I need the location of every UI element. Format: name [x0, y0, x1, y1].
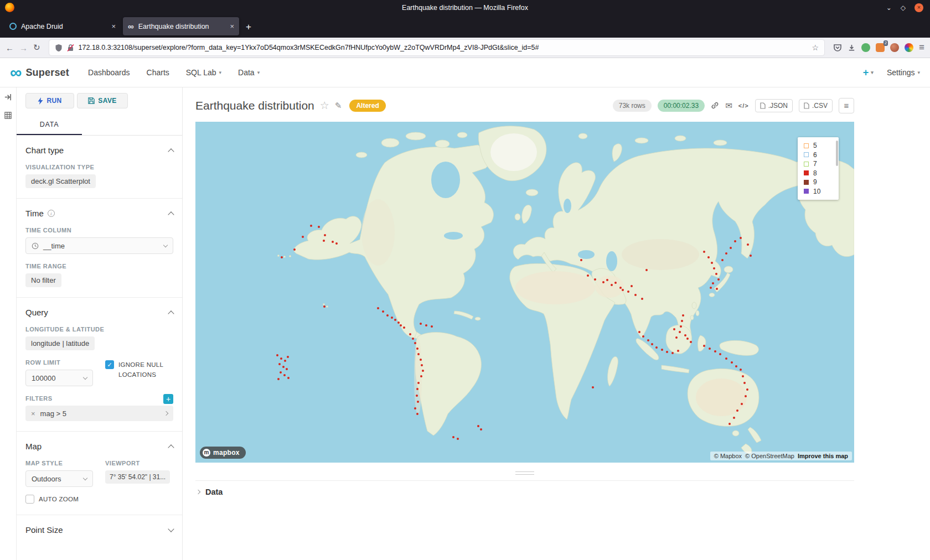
extension-pinwheel-icon[interactable]	[905, 43, 913, 52]
earthquake-point	[717, 278, 720, 281]
auto-zoom-checkbox[interactable]: AUTO ZOOM	[25, 495, 173, 505]
legend-item[interactable]: 8	[804, 169, 839, 178]
expand-panel-icon[interactable]	[4, 93, 12, 103]
run-button[interactable]: RUN	[25, 93, 74, 108]
edit-pencil-icon[interactable]: ✎	[335, 101, 342, 111]
url-text[interactable]: 172.18.0.3:32108/superset/explore/?form_…	[79, 44, 808, 51]
map-style-select[interactable]: Outdoors	[25, 470, 93, 487]
earthquake-point	[416, 395, 418, 397]
section-query[interactable]: Query	[25, 308, 173, 317]
time-range-chip[interactable]: No filter	[25, 273, 61, 287]
add-filter-button[interactable]: +	[163, 394, 173, 404]
legend-item[interactable]: 6	[804, 151, 839, 160]
time-column-select[interactable]: __time	[25, 237, 173, 254]
settings-menu[interactable]: Settings ▾	[887, 68, 920, 77]
maximize-icon[interactable]: ◇	[901, 4, 906, 11]
legend-item[interactable]: 5	[804, 141, 839, 151]
tab-close-icon[interactable]: ×	[111, 22, 116, 30]
superset-header: ∞ Superset Dashboards Charts SQL Lab ▾ D…	[0, 58, 930, 87]
attribution-osm[interactable]: © OpenStreetMap	[745, 453, 794, 459]
pocket-icon[interactable]	[833, 43, 842, 52]
export-json-button[interactable]: .JSON	[755, 99, 793, 112]
nav-charts[interactable]: Charts	[147, 68, 169, 77]
viewport-chip[interactable]: 7° 35' 54.02" | 31...	[105, 470, 170, 484]
earthquake-point	[397, 322, 400, 324]
chart-menu-button[interactable]: ≡	[839, 98, 854, 113]
profile-avatar[interactable]	[890, 43, 899, 52]
tab-data[interactable]: DATA	[17, 116, 82, 135]
new-item-button[interactable]: + ▾	[863, 67, 874, 79]
export-csv-button[interactable]: .CSV	[799, 99, 833, 112]
deckgl-map[interactable]: 5678910 m mapbox © Mapbox © OpenStreetMa…	[195, 122, 854, 463]
data-panel-header[interactable]: Data	[195, 480, 854, 503]
ignore-null-checkbox[interactable]: ✓ IGNORE NULL LOCATIONS	[105, 360, 173, 380]
drag-handle[interactable]	[515, 471, 534, 475]
nav-sql-lab[interactable]: SQL Lab ▾	[186, 68, 221, 77]
legend-item[interactable]: 10	[804, 187, 839, 196]
altered-badge: Altered	[349, 100, 385, 112]
earthquake-point	[417, 382, 420, 384]
earthquake-point	[673, 328, 675, 330]
hamburger-menu-icon[interactable]: ≡	[919, 42, 924, 53]
chevron-down-icon	[168, 526, 174, 532]
earthquake-point	[671, 352, 674, 354]
extension-badge: 2	[884, 40, 888, 46]
reload-icon[interactable]: ↻	[33, 43, 40, 53]
tab-close-icon[interactable]: ×	[230, 22, 234, 30]
earthquake-point	[416, 413, 418, 415]
filter-chip[interactable]: × mag > 5	[25, 406, 173, 421]
dataset-grid-icon[interactable]	[4, 111, 12, 122]
earthquake-point	[733, 417, 735, 419]
attribution-mapbox[interactable]: © Mapbox	[714, 453, 742, 459]
section-point-size[interactable]: Point Size	[25, 525, 173, 535]
close-icon[interactable]: ×	[914, 3, 923, 12]
nav-data[interactable]: Data ▾	[238, 68, 260, 77]
legend-item[interactable]: 7	[804, 159, 839, 169]
extension-green-icon[interactable]	[861, 43, 870, 52]
section-time[interactable]: Time i	[25, 209, 173, 218]
legend-scrollbar[interactable]	[836, 141, 838, 166]
minimize-icon[interactable]: ⌄	[886, 4, 892, 11]
earthquake-point	[631, 285, 633, 287]
earthquake-point	[741, 403, 743, 405]
section-title: Query	[25, 308, 48, 317]
section-chart-type[interactable]: Chart type	[25, 146, 173, 155]
save-button[interactable]: SAVE	[77, 93, 128, 108]
forward-icon[interactable]: →	[19, 43, 28, 53]
downloads-icon[interactable]	[848, 44, 856, 52]
remove-filter-icon[interactable]: ×	[31, 409, 35, 418]
earthquake-point	[703, 345, 705, 347]
section-map[interactable]: Map	[25, 442, 173, 451]
url-bar[interactable]: 172.18.0.3:32108/superset/explore/?form_…	[49, 40, 825, 55]
tracking-shield-icon[interactable]	[55, 44, 63, 52]
new-tab-button[interactable]: +	[246, 22, 251, 33]
chevron-right-icon	[196, 490, 200, 494]
viz-type-chip[interactable]: deck.gl Scatterplot	[25, 174, 96, 188]
earthquake-point	[332, 241, 334, 243]
embed-code-icon[interactable]: </>	[738, 102, 749, 109]
map-style-row: MAP STYLE Outdoors VIEWPORT 7° 35' 54.02…	[25, 451, 173, 487]
favorite-star-icon[interactable]: ☆	[320, 99, 329, 112]
back-icon[interactable]: ←	[6, 43, 14, 53]
bookmark-star-icon[interactable]: ☆	[812, 43, 819, 52]
tab-apache-druid[interactable]: Apache Druid ×	[4, 17, 121, 35]
earthquake-point	[710, 287, 712, 289]
mapbox-logo[interactable]: m mapbox	[200, 447, 246, 459]
email-icon[interactable]: ✉	[725, 101, 732, 111]
share-link-icon[interactable]	[711, 101, 719, 110]
insecure-lock-icon[interactable]	[67, 44, 74, 52]
chevron-right-icon	[164, 411, 168, 416]
superset-favicon: ∞	[128, 22, 134, 30]
row-limit-select[interactable]: 100000	[25, 370, 93, 386]
extension-orange-icon[interactable]: 2	[876, 43, 885, 52]
druid-favicon	[9, 23, 17, 30]
tab-earthquake-distribution[interactable]: ∞ Earthquake distribution ×	[123, 17, 239, 35]
attribution-improve-link[interactable]: Improve this map	[798, 453, 848, 459]
nav-data-label: Data	[238, 68, 255, 77]
nav-dashboards[interactable]: Dashboards	[88, 68, 130, 77]
save-icon	[88, 97, 95, 104]
lon-lat-chip[interactable]: longitude | latitude	[25, 336, 95, 350]
earthquake-point	[287, 356, 289, 358]
superset-logo[interactable]: ∞ Superset	[10, 64, 69, 81]
legend-item[interactable]: 9	[804, 178, 839, 187]
